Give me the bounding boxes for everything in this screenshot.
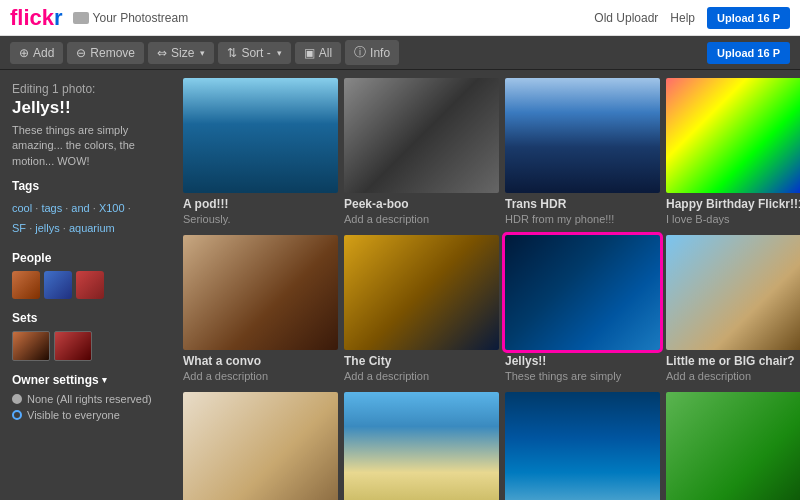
photo-desc-p3: HDR from my phone!!! (505, 213, 660, 225)
logo-area: flickr Your Photostream (10, 5, 188, 31)
photo-thumb-p10[interactable] (344, 392, 499, 500)
photo-desc-p5: Add a description (183, 370, 338, 382)
photo-name-p3: Trans HDR (505, 197, 660, 211)
photo-name-p7: Jellys!! (505, 354, 660, 368)
photo-thumb-p2[interactable] (344, 78, 499, 193)
set-thumb-1[interactable] (12, 331, 50, 361)
tag-sep4: · (128, 202, 131, 214)
old-uploadr-link[interactable]: Old Uploadr (594, 11, 658, 25)
sets-thumbs (12, 331, 163, 361)
photo-thumb-p5[interactable] (183, 235, 338, 350)
all-label: All (319, 46, 332, 60)
radio-none (12, 394, 22, 404)
photo-desc-p2: Add a description (344, 213, 499, 225)
add-icon: ⊕ (19, 46, 29, 60)
photo-item-p9 (183, 392, 338, 500)
photo-thumb-p8[interactable] (666, 235, 800, 350)
photo-thumb-p3[interactable] (505, 78, 660, 193)
tag-tags[interactable]: tags (41, 202, 62, 214)
photo-thumb-p11[interactable] (505, 392, 660, 500)
photo-item-p4: Happy Birthday Flickr!!1 I love B-days (666, 78, 800, 225)
sets-section: Sets (12, 311, 163, 361)
photo-item-p5: What a convo Add a description (183, 235, 338, 382)
main-content: Editing 1 photo: Jellys!! These things a… (0, 70, 800, 500)
people-section: People (12, 251, 163, 299)
tag-sf[interactable]: SF (12, 222, 26, 234)
photo-item-p3: Trans HDR HDR from my phone!!! (505, 78, 660, 225)
photo-item-p1: A pod!!! Seriously. (183, 78, 338, 225)
sort-label: Sort - (241, 46, 270, 60)
photo-item-p7: Jellys!! These things are simply (505, 235, 660, 382)
photo-name-p2: Peek-a-boo (344, 197, 499, 211)
upload-toolbar-button[interactable]: Upload 16 P (707, 42, 790, 64)
all-button[interactable]: ▣ All (295, 42, 341, 64)
size-icon: ⇔ (157, 46, 167, 60)
photo-thumb-p6[interactable] (344, 235, 499, 350)
toolbar: ⊕ Add ⊖ Remove ⇔ Size ▾ ⇅ Sort - ▾ ▣ All… (0, 36, 800, 70)
photo-desc-p7: These things are simply (505, 370, 660, 382)
photo-desc-p1: Seriously. (183, 213, 338, 225)
logo-blue: r (54, 5, 63, 30)
avatar-2[interactable] (44, 271, 72, 299)
people-title: People (12, 251, 163, 265)
size-button[interactable]: ⇔ Size ▾ (148, 42, 214, 64)
owner-none-label: None (All rights reserved) (27, 393, 152, 405)
owner-option-visible[interactable]: Visible to everyone (12, 409, 163, 421)
sort-button[interactable]: ⇅ Sort - ▾ (218, 42, 290, 64)
tag-x100[interactable]: X100 (99, 202, 125, 214)
photo-desc-p8: Add a description (666, 370, 800, 382)
photo-item-p10 (344, 392, 499, 500)
sidebar: Editing 1 photo: Jellys!! These things a… (0, 70, 175, 500)
owner-section: Owner settings ▾ None (All rights reserv… (12, 373, 163, 421)
photo-item-p2: Peek-a-boo Add a description (344, 78, 499, 225)
tag-cool[interactable]: cool (12, 202, 32, 214)
owner-title: Owner settings ▾ (12, 373, 163, 387)
photo-name-p5: What a convo (183, 354, 338, 368)
owner-chevron: ▾ (102, 375, 107, 385)
size-label: Size (171, 46, 194, 60)
tags-section-title: Tags (12, 179, 163, 193)
avatar-3[interactable] (76, 271, 104, 299)
tags-area: cool · tags · and · X100 · SF · jellys ·… (12, 199, 163, 239)
flickr-logo[interactable]: flickr (10, 5, 63, 31)
photo-grid: A pod!!! Seriously. Peek-a-boo Add a des… (175, 70, 800, 500)
app-header: flickr Your Photostream Old Uploadr Help… (0, 0, 800, 36)
photo-thumb-p1[interactable] (183, 78, 338, 193)
sort-chevron: ▾ (277, 48, 282, 58)
photo-desc-p4: I love B-days (666, 213, 800, 225)
tag-and[interactable]: and (71, 202, 89, 214)
owner-option-none[interactable]: None (All rights reserved) (12, 393, 163, 405)
tag-aquarium[interactable]: aquarium (69, 222, 115, 234)
photostream-icon (73, 12, 89, 24)
info-label: Info (370, 46, 390, 60)
photo-name-p4: Happy Birthday Flickr!!1 (666, 197, 800, 211)
tag-jellys[interactable]: jellys (35, 222, 59, 234)
editing-label: Editing 1 photo: (12, 82, 163, 96)
set-thumb-2[interactable] (54, 331, 92, 361)
grid-row-1: A pod!!! Seriously. Peek-a-boo Add a des… (183, 78, 792, 225)
photo-thumb-p4[interactable] (666, 78, 800, 193)
all-icon: ▣ (304, 46, 315, 60)
photo-thumb-p12[interactable] (666, 392, 800, 500)
people-avatars (12, 271, 163, 299)
photostream-link[interactable]: Your Photostream (73, 11, 189, 25)
header-right: Old Uploadr Help Upload 16 P (594, 7, 790, 29)
avatar-1[interactable] (12, 271, 40, 299)
upload-header-button[interactable]: Upload 16 P (707, 7, 790, 29)
info-button[interactable]: ⓘ Info (345, 40, 399, 65)
help-link[interactable]: Help (670, 11, 695, 25)
photo-title: Jellys!! (12, 98, 163, 118)
add-button[interactable]: ⊕ Add (10, 42, 63, 64)
remove-button[interactable]: ⊖ Remove (67, 42, 144, 64)
remove-icon: ⊖ (76, 46, 86, 60)
photo-name-p8: Little me or BIG chair? (666, 354, 800, 368)
grid-row-3 (183, 392, 792, 500)
photo-name-p1: A pod!!! (183, 197, 338, 211)
sort-icon: ⇅ (227, 46, 237, 60)
photo-item-p6: The City Add a description (344, 235, 499, 382)
photo-thumb-p9[interactable] (183, 392, 338, 500)
photo-item-p11 (505, 392, 660, 500)
info-icon: ⓘ (354, 44, 366, 61)
add-label: Add (33, 46, 54, 60)
photo-thumb-p7[interactable] (505, 235, 660, 350)
